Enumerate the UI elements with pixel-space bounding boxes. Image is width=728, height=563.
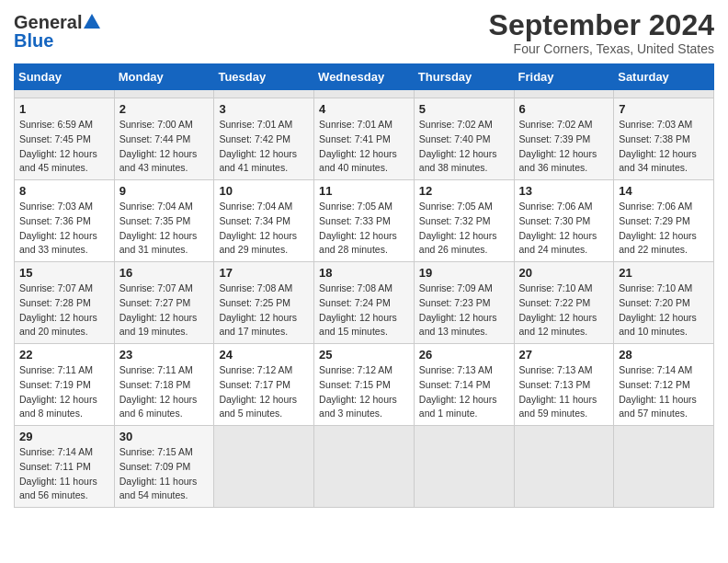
day-info: Sunrise: 7:11 AM Sunset: 7:19 PM Dayligh… <box>19 363 109 421</box>
day-info: Sunrise: 7:15 AM Sunset: 7:09 PM Dayligh… <box>119 445 210 503</box>
day-number: 2 <box>119 102 210 116</box>
day-number: 24 <box>219 348 309 362</box>
calendar-cell: 9Sunrise: 7:04 AM Sunset: 7:35 PM Daylig… <box>114 180 214 262</box>
calendar-cell <box>314 90 415 98</box>
day-number: 29 <box>19 430 109 443</box>
day-info: Sunrise: 7:12 AM Sunset: 7:15 PM Dayligh… <box>319 363 409 421</box>
calendar-cell: 29Sunrise: 7:14 AM Sunset: 7:11 PM Dayli… <box>15 426 115 508</box>
calendar-cell: 25Sunrise: 7:12 AM Sunset: 7:15 PM Dayli… <box>314 344 415 426</box>
calendar-cell: 13Sunrise: 7:06 AM Sunset: 7:30 PM Dayli… <box>514 180 614 262</box>
header-saturday: Saturday <box>614 64 714 90</box>
day-number: 3 <box>219 102 309 116</box>
day-info: Sunrise: 7:08 AM Sunset: 7:24 PM Dayligh… <box>319 282 409 339</box>
calendar-cell: 3Sunrise: 7:01 AM Sunset: 7:42 PM Daylig… <box>214 98 314 180</box>
day-number: 4 <box>319 102 409 116</box>
day-info: Sunrise: 7:03 AM Sunset: 7:38 PM Dayligh… <box>619 118 709 176</box>
calendar-cell <box>114 90 214 98</box>
day-info: Sunrise: 7:07 AM Sunset: 7:28 PM Dayligh… <box>19 282 109 339</box>
day-number: 23 <box>119 348 210 362</box>
page-title: September 2024 <box>489 9 714 41</box>
day-info: Sunrise: 7:09 AM Sunset: 7:23 PM Dayligh… <box>419 282 509 339</box>
calendar-cell: 4Sunrise: 7:01 AM Sunset: 7:41 PM Daylig… <box>314 98 415 180</box>
day-number: 18 <box>319 266 409 280</box>
logo-triangle-icon <box>84 14 100 29</box>
day-number: 7 <box>619 102 709 116</box>
day-info: Sunrise: 7:02 AM Sunset: 7:40 PM Dayligh… <box>419 118 509 176</box>
logo-blue: Blue <box>14 31 53 50</box>
day-number: 20 <box>519 266 609 280</box>
calendar-cell: 23Sunrise: 7:11 AM Sunset: 7:18 PM Dayli… <box>114 344 214 426</box>
calendar-cell: 16Sunrise: 7:07 AM Sunset: 7:27 PM Dayli… <box>114 262 214 344</box>
day-info: Sunrise: 7:01 AM Sunset: 7:42 PM Dayligh… <box>219 118 309 176</box>
day-info: Sunrise: 7:05 AM Sunset: 7:32 PM Dayligh… <box>419 200 509 258</box>
calendar-week-0 <box>15 90 714 98</box>
calendar-cell: 27Sunrise: 7:13 AM Sunset: 7:13 PM Dayli… <box>514 344 614 426</box>
title-block: September 2024 Four Corners, Texas, Unit… <box>489 9 714 56</box>
calendar-cell: 26Sunrise: 7:13 AM Sunset: 7:14 PM Dayli… <box>414 344 514 426</box>
calendar-cell: 8Sunrise: 7:03 AM Sunset: 7:36 PM Daylig… <box>15 180 115 262</box>
day-number: 10 <box>219 184 309 198</box>
day-info: Sunrise: 6:59 AM Sunset: 7:45 PM Dayligh… <box>19 118 109 176</box>
calendar-cell: 1Sunrise: 6:59 AM Sunset: 7:45 PM Daylig… <box>15 98 115 180</box>
calendar-cell <box>15 90 115 98</box>
day-info: Sunrise: 7:12 AM Sunset: 7:17 PM Dayligh… <box>219 363 309 421</box>
day-number: 6 <box>519 102 609 116</box>
day-number: 17 <box>219 266 309 280</box>
day-number: 11 <box>319 184 409 198</box>
logo: General Blue <box>14 13 100 50</box>
calendar-cell: 19Sunrise: 7:09 AM Sunset: 7:23 PM Dayli… <box>414 262 514 344</box>
day-number: 16 <box>119 266 210 280</box>
day-number: 26 <box>419 348 509 362</box>
day-number: 22 <box>19 348 109 362</box>
header-friday: Friday <box>514 64 614 90</box>
calendar-cell <box>514 90 614 98</box>
day-number: 14 <box>619 184 709 198</box>
day-number: 30 <box>119 430 210 443</box>
day-info: Sunrise: 7:11 AM Sunset: 7:18 PM Dayligh… <box>119 363 210 421</box>
day-number: 9 <box>119 184 210 198</box>
calendar-cell: 20Sunrise: 7:10 AM Sunset: 7:22 PM Dayli… <box>514 262 614 344</box>
header-tuesday: Tuesday <box>214 64 314 90</box>
calendar-cell: 18Sunrise: 7:08 AM Sunset: 7:24 PM Dayli… <box>314 262 415 344</box>
calendar-cell: 24Sunrise: 7:12 AM Sunset: 7:17 PM Dayli… <box>214 344 314 426</box>
day-info: Sunrise: 7:04 AM Sunset: 7:34 PM Dayligh… <box>219 200 309 258</box>
day-info: Sunrise: 7:14 AM Sunset: 7:11 PM Dayligh… <box>19 445 109 503</box>
calendar-cell: 12Sunrise: 7:05 AM Sunset: 7:32 PM Dayli… <box>414 180 514 262</box>
calendar-cell <box>514 426 614 508</box>
page-header: General Blue September 2024 Four Corners… <box>14 9 714 56</box>
calendar-cell: 15Sunrise: 7:07 AM Sunset: 7:28 PM Dayli… <box>15 262 115 344</box>
calendar-cell: 21Sunrise: 7:10 AM Sunset: 7:20 PM Dayli… <box>614 262 714 344</box>
day-info: Sunrise: 7:10 AM Sunset: 7:20 PM Dayligh… <box>619 282 709 339</box>
calendar-cell: 2Sunrise: 7:00 AM Sunset: 7:44 PM Daylig… <box>114 98 214 180</box>
day-info: Sunrise: 7:08 AM Sunset: 7:25 PM Dayligh… <box>219 282 309 339</box>
calendar-cell <box>314 426 415 508</box>
day-number: 5 <box>419 102 509 116</box>
day-number: 1 <box>19 102 109 116</box>
calendar-cell: 30Sunrise: 7:15 AM Sunset: 7:09 PM Dayli… <box>114 426 214 508</box>
calendar-cell <box>214 426 314 508</box>
day-info: Sunrise: 7:06 AM Sunset: 7:30 PM Dayligh… <box>519 200 609 258</box>
calendar-cell: 10Sunrise: 7:04 AM Sunset: 7:34 PM Dayli… <box>214 180 314 262</box>
header-monday: Monday <box>114 64 214 90</box>
day-info: Sunrise: 7:14 AM Sunset: 7:12 PM Dayligh… <box>619 363 709 421</box>
day-number: 19 <box>419 266 509 280</box>
day-number: 8 <box>19 184 109 198</box>
calendar-week-2: 8Sunrise: 7:03 AM Sunset: 7:36 PM Daylig… <box>15 180 714 262</box>
calendar-table: SundayMondayTuesdayWednesdayThursdayFrid… <box>14 63 714 508</box>
calendar-cell: 5Sunrise: 7:02 AM Sunset: 7:40 PM Daylig… <box>414 98 514 180</box>
day-number: 21 <box>619 266 709 280</box>
day-number: 13 <box>519 184 609 198</box>
day-number: 15 <box>19 266 109 280</box>
day-info: Sunrise: 7:07 AM Sunset: 7:27 PM Dayligh… <box>119 282 210 339</box>
calendar-cell: 17Sunrise: 7:08 AM Sunset: 7:25 PM Dayli… <box>214 262 314 344</box>
day-info: Sunrise: 7:02 AM Sunset: 7:39 PM Dayligh… <box>519 118 609 176</box>
calendar-cell <box>214 90 314 98</box>
header-thursday: Thursday <box>414 64 514 90</box>
calendar-cell: 28Sunrise: 7:14 AM Sunset: 7:12 PM Dayli… <box>614 344 714 426</box>
calendar-cell <box>614 90 714 98</box>
calendar-week-3: 15Sunrise: 7:07 AM Sunset: 7:28 PM Dayli… <box>15 262 714 344</box>
calendar-cell: 7Sunrise: 7:03 AM Sunset: 7:38 PM Daylig… <box>614 98 714 180</box>
day-info: Sunrise: 7:13 AM Sunset: 7:14 PM Dayligh… <box>419 363 509 421</box>
calendar-week-4: 22Sunrise: 7:11 AM Sunset: 7:19 PM Dayli… <box>15 344 714 426</box>
header-wednesday: Wednesday <box>314 64 415 90</box>
